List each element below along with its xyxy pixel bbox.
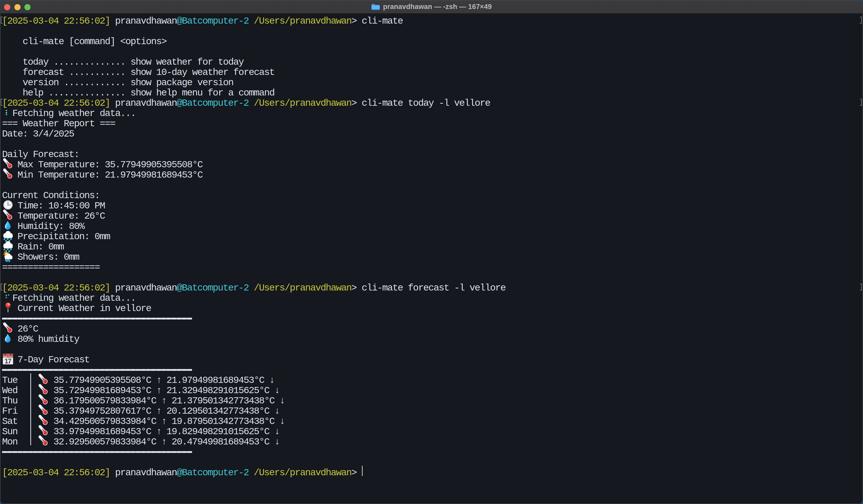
svg-text:17: 17 — [5, 358, 11, 365]
